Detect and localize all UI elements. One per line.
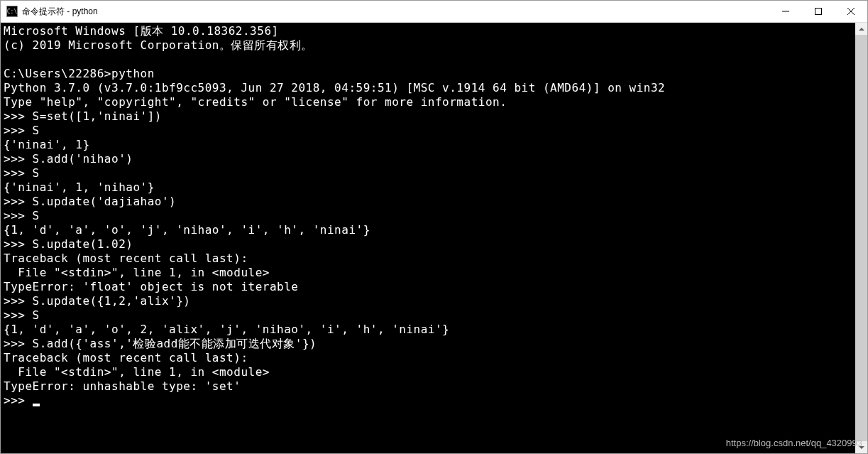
- maximize-button[interactable]: [802, 1, 835, 22]
- scroll-down-button[interactable]: [855, 441, 867, 453]
- titlebar[interactable]: C:\ 命令提示符 - python: [1, 1, 867, 23]
- close-button[interactable]: [835, 1, 867, 22]
- app-icon: C:\: [6, 6, 18, 17]
- cursor: [33, 404, 40, 406]
- close-icon: [847, 8, 855, 15]
- svg-rect-1: [815, 9, 822, 15]
- scrollbar-track[interactable]: [855, 35, 867, 441]
- vertical-scrollbar[interactable]: [855, 23, 867, 453]
- scrollbar-thumb[interactable]: [855, 35, 867, 441]
- terminal-container: Microsoft Windows [版本 10.0.18362.356] (c…: [1, 23, 867, 453]
- svg-marker-5: [859, 446, 864, 449]
- minimize-icon: [782, 8, 789, 15]
- window-title: 命令提示符 - python: [22, 6, 769, 18]
- svg-marker-4: [859, 28, 864, 31]
- maximize-icon: [815, 8, 822, 15]
- chevron-up-icon: [859, 28, 864, 31]
- command-prompt-window: C:\ 命令提示符 - python Microsoft Windows [版本…: [0, 0, 868, 454]
- chevron-down-icon: [859, 446, 864, 449]
- terminal-output[interactable]: Microsoft Windows [版本 10.0.18362.356] (c…: [1, 23, 855, 453]
- scroll-up-button[interactable]: [855, 23, 867, 35]
- minimize-button[interactable]: [769, 1, 802, 22]
- window-controls: [769, 1, 867, 22]
